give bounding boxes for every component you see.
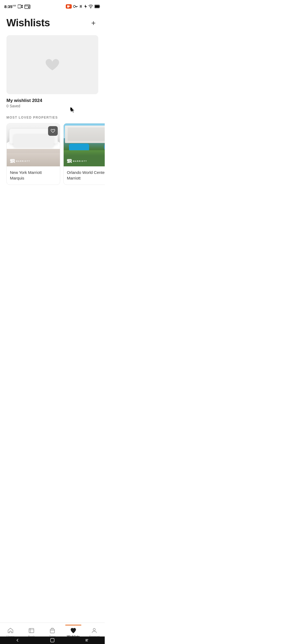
status-bar: 8:35AM xyxy=(0,0,105,12)
page-title: Wishlists xyxy=(6,17,50,29)
wishlist-info: My wishlist 2024 0 Saved xyxy=(6,98,98,108)
pillow-2 xyxy=(13,134,54,148)
marriott-logo-1: 𝕸 MARRIOTT xyxy=(10,158,30,164)
battery-icon xyxy=(95,5,100,8)
property-image-1: 𝕸 MARRIOTT xyxy=(7,123,60,166)
main-content: Wishlists + My wishlist 2024 0 Saved MOS… xyxy=(0,12,105,189)
wishlist-count: 0 Saved xyxy=(6,104,98,108)
video-icon xyxy=(18,5,23,8)
property-image-2: 𝕸 MARRIOTT xyxy=(64,123,105,166)
property-name-1: New York Marriott Marquis xyxy=(7,166,60,185)
status-icons-left xyxy=(18,4,30,9)
heart-icon-1 xyxy=(50,129,55,133)
wishlist-heart-icon xyxy=(44,57,60,72)
record-icon xyxy=(66,4,72,9)
status-right xyxy=(66,4,100,9)
wifi-icon xyxy=(88,5,93,8)
property-name-2: Orlando World Center Marriott xyxy=(64,166,105,185)
most-loved-section: MOST LOVED PROPERTIES 𝕸 MARRIOTT xyxy=(6,116,98,189)
bluetooth-icon xyxy=(79,4,82,9)
section-title: MOST LOVED PROPERTIES xyxy=(6,116,98,119)
key-icon xyxy=(73,5,78,8)
signal-icon xyxy=(84,4,87,9)
svg-point-3 xyxy=(29,7,30,8)
svg-rect-4 xyxy=(67,5,69,8)
wishlist-card[interactable] xyxy=(6,35,98,94)
svg-point-6 xyxy=(90,8,91,8)
property-card-2[interactable]: 𝕸 MARRIOTT Orlando World Center Marriott xyxy=(63,123,105,185)
svg-rect-0 xyxy=(18,5,21,8)
wishlist-name: My wishlist 2024 xyxy=(6,98,98,103)
favorite-button-1[interactable] xyxy=(48,126,58,136)
properties-scroll[interactable]: 𝕸 MARRIOTT New York Marriott Marquis xyxy=(0,123,105,189)
svg-point-5 xyxy=(73,5,75,8)
status-left: 8:35AM xyxy=(4,4,30,9)
plus-icon: + xyxy=(91,19,96,27)
page-header: Wishlists + xyxy=(6,17,98,29)
property-card-1[interactable]: 𝕸 MARRIOTT New York Marriott Marquis xyxy=(6,123,60,185)
add-wishlist-button[interactable]: + xyxy=(89,18,98,28)
svg-rect-8 xyxy=(95,5,99,8)
marriott-logo-2: 𝕸 MARRIOTT xyxy=(67,158,87,164)
payment-icon xyxy=(24,4,30,9)
greenery-top xyxy=(64,150,105,156)
status-time: 8:35AM xyxy=(4,4,16,9)
building-shadow xyxy=(68,127,105,141)
